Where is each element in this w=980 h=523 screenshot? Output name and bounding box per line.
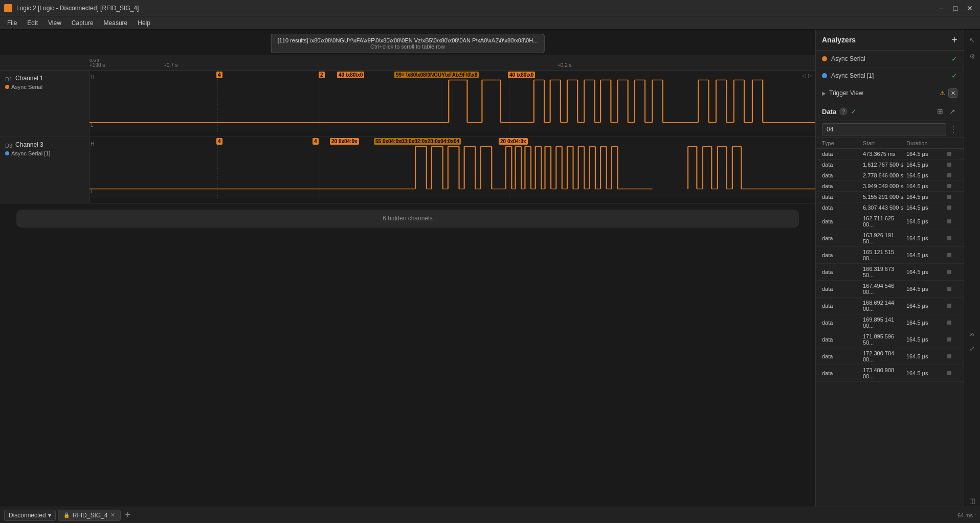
row-indicator-3 bbox=[947, 184, 951, 188]
connection-dropdown-icon: ▾ bbox=[48, 512, 51, 519]
row-indicator-13 bbox=[947, 337, 951, 342]
maximize-button[interactable]: □ bbox=[949, 2, 962, 14]
table-row[interactable]: data 162.711 625 00... 164.5 µs bbox=[816, 213, 964, 230]
table-row[interactable]: data 173.480 908 00... 164.5 µs bbox=[816, 365, 964, 382]
window-title: Logic 2 [Logic - Disconnected] [RFID_SIG… bbox=[16, 5, 139, 12]
waveform-svg-d1 bbox=[90, 71, 815, 132]
table-row[interactable]: data 5.155 291 000 s 164.5 µs bbox=[816, 192, 964, 202]
close-button[interactable]: ✕ bbox=[964, 2, 976, 14]
table-row[interactable]: data 172.300 784 00... 164.5 µs bbox=[816, 348, 964, 365]
menu-file[interactable]: File bbox=[2, 18, 22, 28]
row-start-0: 473.3675 ms bbox=[863, 151, 906, 157]
wf-label-d3-1: 4 bbox=[216, 138, 222, 145]
data-table: Type Start Duration data 473.3675 ms 164… bbox=[816, 138, 964, 507]
row-duration-9: 164.5 µs bbox=[906, 269, 947, 275]
row-type-4: data bbox=[822, 194, 863, 200]
table-row[interactable]: data 169.895 141 00... 164.5 µs bbox=[816, 314, 964, 331]
data-search-input[interactable] bbox=[822, 123, 946, 135]
data-export-button[interactable]: ↗ bbox=[947, 106, 957, 117]
menu-capture[interactable]: Capture bbox=[66, 18, 99, 28]
row-indicator-12 bbox=[947, 321, 951, 325]
row-duration-6: 164.5 µs bbox=[906, 218, 947, 224]
row-indicator-5 bbox=[947, 206, 951, 210]
row-start-1: 1.612 767 500 s bbox=[863, 162, 906, 168]
table-row[interactable]: data 2.778 646 000 s 164.5 µs bbox=[816, 170, 964, 181]
row-indicator-15 bbox=[947, 371, 951, 375]
add-tab-button[interactable]: + bbox=[123, 510, 132, 520]
hidden-channels-label: 6 hidden channels bbox=[383, 215, 432, 222]
connection-button[interactable]: Disconnected ▾ bbox=[4, 510, 56, 521]
table-row[interactable]: data 168.692 144 00... 164.5 µs bbox=[816, 298, 964, 314]
analyzers-title: Analyzers bbox=[822, 36, 856, 44]
menu-view[interactable]: View bbox=[43, 18, 66, 28]
row-start-10: 167.494 546 00... bbox=[863, 283, 906, 295]
channel-waveform-d1[interactable]: H L bbox=[90, 71, 815, 132]
table-row[interactable]: data 165.121 515 00... 164.5 µs bbox=[816, 247, 964, 264]
table-row[interactable]: data 166.319 673 50... 164.5 µs bbox=[816, 264, 964, 281]
menu-bar: File Edit View Capture Measure Help bbox=[0, 16, 980, 30]
channel-analyzer-d3: Async Serial [1] bbox=[5, 150, 84, 156]
table-row[interactable]: data 1.612 767 500 s 164.5 µs bbox=[816, 160, 964, 170]
data-grid-view-button[interactable]: ⊞ bbox=[935, 106, 945, 117]
main-container: [110 results] \x80\x08\0NGUY\xFA\x9F\0\x… bbox=[0, 30, 980, 507]
row-start-5: 6.307 443 500 s bbox=[863, 204, 906, 211]
wf-label-d1-3: 40 \x80\x0 bbox=[337, 72, 364, 78]
data-search-options-icon[interactable]: ⋮ bbox=[949, 125, 957, 134]
nav-forward-icon: ▷ bbox=[808, 73, 812, 78]
row-start-6: 162.711 625 00... bbox=[863, 215, 906, 228]
row-duration-15: 164.5 µs bbox=[906, 370, 947, 376]
row-start-7: 163.926 191 50... bbox=[863, 232, 906, 244]
analyzer-check-1: ✓ bbox=[951, 55, 957, 63]
row-duration-5: 164.5 µs bbox=[906, 204, 947, 211]
hidden-channels-bar[interactable]: 6 hidden channels bbox=[16, 210, 799, 228]
tab-close-icon[interactable]: ✕ bbox=[110, 512, 115, 518]
trigger-row[interactable]: ▶ Trigger View ⚠ ✕ bbox=[822, 88, 957, 98]
title-bar: Logic 2 [Logic - Disconnected] [RFID_SIG… bbox=[0, 0, 980, 16]
table-row[interactable]: data 473.3675 ms 164.5 µs bbox=[816, 149, 964, 160]
table-row[interactable]: data 163.926 191 50... 164.5 µs bbox=[816, 230, 964, 247]
row-indicator-6 bbox=[947, 219, 951, 223]
analyzer-dot-d3 bbox=[5, 151, 9, 155]
row-type-9: data bbox=[822, 269, 863, 275]
menu-help[interactable]: Help bbox=[132, 18, 155, 28]
table-row[interactable]: data 167.494 546 00... 164.5 µs bbox=[816, 281, 964, 298]
channel-name-d3: Channel 3 bbox=[15, 141, 43, 148]
wf-label-d3-3: 20 0x04:0x bbox=[330, 138, 359, 145]
nav-back-icon: ◁ bbox=[802, 73, 806, 78]
cursor-tool-icon[interactable]: ↖ bbox=[966, 34, 978, 46]
trigger-close-button[interactable]: ✕ bbox=[948, 88, 957, 98]
ruler-mark-4: +0.2 s bbox=[558, 62, 572, 68]
tab-rfid-sig[interactable]: 🔒 RFID_SIG_4 ✕ bbox=[58, 510, 121, 521]
row-type-8: data bbox=[822, 252, 863, 258]
minimize-button[interactable]: – bbox=[935, 2, 947, 14]
row-duration-0: 164.5 µs bbox=[906, 151, 947, 157]
sidebar-layers-icon[interactable]: ◫ bbox=[966, 494, 978, 507]
row-start-4: 5.155 291 000 s bbox=[863, 194, 906, 200]
analyzer-name-d3: Async Serial [1] bbox=[11, 150, 50, 156]
tab-bar: Disconnected ▾ 🔒 RFID_SIG_4 ✕ + 64 ms : bbox=[0, 507, 980, 523]
row-indicator-8 bbox=[947, 253, 951, 257]
row-type-11: data bbox=[822, 303, 863, 309]
table-row[interactable]: data 171.095 596 50... 164.5 µs bbox=[816, 331, 964, 348]
sidebar-expand-icon[interactable]: ⤢ bbox=[966, 343, 978, 355]
menu-edit[interactable]: Edit bbox=[22, 18, 43, 28]
row-type-5: data bbox=[822, 204, 863, 211]
row-start-12: 169.895 141 00... bbox=[863, 316, 906, 329]
add-analyzer-button[interactable]: + bbox=[951, 35, 957, 45]
table-row[interactable]: data 6.307 443 500 s 164.5 µs bbox=[816, 202, 964, 213]
data-section: Data ? ✓ ⊞ ↗ ⋮ Type Start Duration bbox=[816, 102, 964, 507]
ruler-mark-1: +190 s bbox=[90, 62, 105, 68]
row-duration-4: 164.5 µs bbox=[906, 194, 947, 200]
analyzer-name-2: Async Serial [1] bbox=[831, 72, 947, 79]
channel-waveform-d3[interactable]: H L bbox=[90, 137, 815, 198]
row-type-3: data bbox=[822, 183, 863, 189]
table-row[interactable]: data 3.949 049 000 s 164.5 µs bbox=[816, 181, 964, 192]
menu-measure[interactable]: Measure bbox=[99, 18, 133, 28]
row-start-2: 2.778 646 000 s bbox=[863, 172, 906, 178]
settings-icon[interactable]: ⚙ bbox=[966, 50, 978, 62]
data-help-icon[interactable]: ? bbox=[839, 107, 848, 116]
row-start-3: 3.949 049 000 s bbox=[863, 183, 906, 189]
row-start-8: 165.121 515 00... bbox=[863, 249, 906, 261]
hidden-channels-container: 6 hidden channels bbox=[0, 203, 815, 234]
wf-label-d1-5: 40 \x80\x0 bbox=[508, 72, 535, 78]
